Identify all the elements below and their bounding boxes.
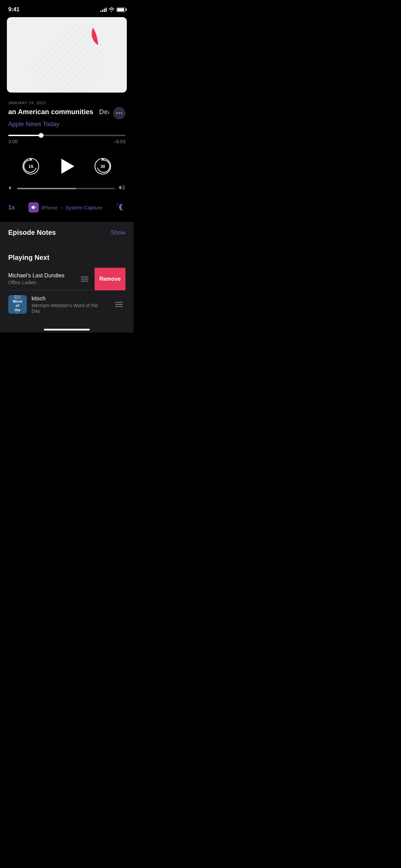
episode-notes-section: Episode Notes Show (0, 222, 134, 248)
album-art-decoration (7, 17, 127, 93)
playback-controls: 15 30 (0, 144, 134, 185)
progress-thumb[interactable] (39, 133, 44, 138)
svg-line-14 (75, 17, 127, 93)
progress-times: 3:00 –9:03 (8, 139, 125, 144)
status-bar: 9:41 (0, 0, 134, 17)
queue-item-1-title: Michael's Last Dundies (8, 273, 78, 279)
svg-line-17 (94, 17, 127, 93)
play-button[interactable] (55, 155, 78, 178)
home-indicator (0, 325, 134, 333)
status-icons (100, 7, 125, 12)
volume-high-icon (119, 185, 125, 192)
queue-item-2-info: kitsch Merriam-Webster's Word of the Day (32, 296, 108, 314)
playing-next-title: Playing Next (8, 254, 125, 262)
battery-icon (117, 8, 125, 12)
skip-forward-30-icon: 30 (94, 157, 112, 176)
home-indicator-bar (44, 329, 90, 330)
svg-text:15: 15 (28, 164, 33, 169)
more-dots-icon: ••• (116, 110, 123, 116)
svg-line-8 (36, 17, 127, 93)
episode-notes-title: Episode Notes (8, 229, 56, 237)
volume-slider[interactable] (17, 188, 115, 189)
progress-fill (8, 135, 41, 136)
reorder-handle-2[interactable] (112, 299, 125, 310)
skip-back-button[interactable]: 15 (22, 157, 40, 176)
reorder-handle-1[interactable] (78, 274, 91, 284)
remaining-time: –9:03 (113, 139, 125, 144)
volume-fill (17, 188, 76, 189)
podcast-name[interactable]: Apple News Today (8, 121, 125, 128)
queue-item-2-title: kitsch (32, 296, 108, 302)
now-playing-section: JANUARY 24, 2023 an American communities… (0, 93, 134, 128)
play-icon (61, 159, 74, 174)
playing-next-section: Playing Next Michael's Last Dundies Offi… (0, 248, 134, 333)
skip-back-15-icon: 15 (22, 157, 40, 176)
volume-section (0, 185, 134, 192)
episode-notes-header: Episode Notes Show (8, 229, 125, 237)
remove-button-1[interactable]: Remove (95, 268, 125, 290)
svg-line-2 (7, 17, 111, 93)
progress-section: 3:00 –9:03 (0, 135, 134, 144)
queue-item-2: MerriamWebster Wordofthe Day kitsch Merr… (8, 290, 125, 318)
album-art (7, 17, 127, 93)
bottom-controls: 1x iPhone → System Capture Z z (0, 199, 134, 219)
sleep-timer-button[interactable]: Z z (116, 202, 125, 213)
svg-text:z: z (118, 202, 119, 204)
output-text: iPhone → System Capture (41, 205, 102, 210)
svg-point-26 (35, 207, 36, 208)
signal-icon (100, 7, 107, 12)
remove-label: Remove (99, 276, 121, 282)
svg-line-16 (88, 17, 127, 93)
episode-date: JANUARY 24, 2023 (8, 101, 125, 105)
skip-forward-button[interactable]: 30 (94, 157, 112, 176)
playback-speed-button[interactable]: 1x (8, 204, 15, 211)
svg-text:30: 30 (100, 164, 105, 169)
speaker-icon (28, 202, 39, 213)
svg-line-6 (23, 17, 127, 93)
volume-low-icon (8, 185, 14, 192)
progress-bar[interactable] (8, 135, 125, 136)
svg-point-20 (88, 17, 120, 50)
svg-line-4 (10, 17, 123, 93)
output-device-button[interactable]: iPhone → System Capture (28, 202, 102, 213)
queue-item-1-info: Michael's Last Dundies Office Ladies (8, 273, 78, 285)
svg-line-3 (7, 17, 117, 93)
svg-rect-25 (32, 206, 33, 208)
queue-item-2-podcast: Merriam-Webster's Word of the Day (32, 303, 108, 314)
more-options-button[interactable]: ••• (113, 107, 125, 119)
current-time: 3:00 (8, 139, 17, 144)
show-notes-button[interactable]: Show (111, 229, 125, 236)
wifi-icon (109, 8, 114, 12)
queue-item-1: Michael's Last Dundies Office Ladies Rem… (8, 268, 125, 290)
svg-line-1 (7, 17, 104, 93)
svg-line-10 (49, 17, 127, 93)
queue-item-2-art: MerriamWebster Wordofthe Day (8, 295, 27, 314)
status-time: 9:41 (8, 6, 20, 13)
episode-title-row: an American communities Dead ••• (8, 108, 125, 119)
queue-item-1-podcast: Office Ladies (8, 280, 78, 285)
episode-title: an American communities Dead (8, 108, 109, 116)
